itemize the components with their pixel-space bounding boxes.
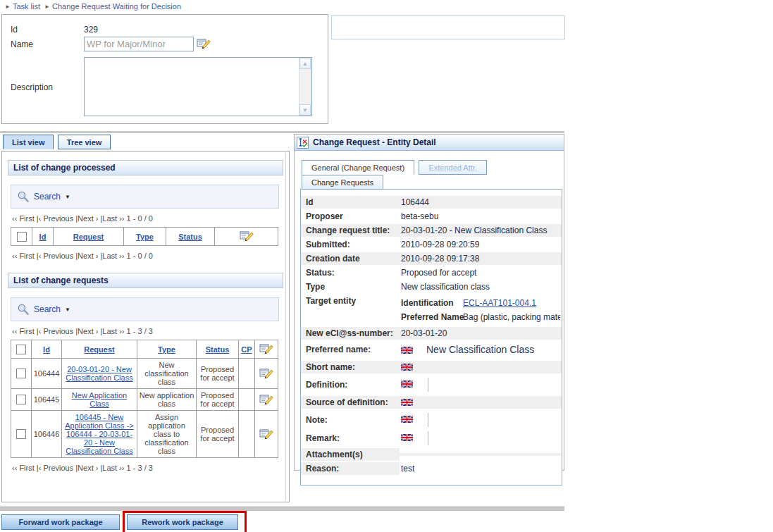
- field-change-request-title: Change request title:20-03-01-20 - New C…: [301, 224, 562, 237]
- field-source-of-definition: Source of definition:: [301, 395, 562, 410]
- col-header-status: Status: [197, 340, 239, 359]
- processed-search[interactable]: Search ▼: [11, 185, 279, 209]
- textarea-scrollbar[interactable]: ▲ ▼: [299, 58, 311, 116]
- detail-fields: Id106444 Proposerbeta-sebu Change reques…: [300, 189, 562, 485]
- edit-icon[interactable]: [259, 393, 273, 407]
- change-request-link[interactable]: 20-03-01-20 - New Classification Class: [66, 365, 132, 382]
- row-status: Proposed for accept: [197, 411, 239, 458]
- processed-table: Id Request Type Status: [11, 227, 278, 246]
- list-of-change-requests-header: List of change requests: [8, 273, 283, 288]
- field-note: Note:: [301, 412, 562, 428]
- entity-detail-header: Change Request - Entity Detail: [295, 135, 564, 151]
- app-screen: ►Task list ►Change Request Waiting for D…: [0, 0, 773, 532]
- sort-status-link[interactable]: Status: [206, 345, 230, 354]
- breadcrumb-arrow-icon: ►: [5, 4, 11, 10]
- col-header-id: Id: [32, 340, 62, 359]
- field-type: TypeNew classification class: [301, 280, 562, 293]
- sort-id-link[interactable]: Id: [39, 233, 47, 241]
- row-type: Assign application class to classificati…: [137, 411, 197, 458]
- field-target-entity: Target entity IdentificationECL-AAT101-0…: [301, 295, 562, 326]
- forward-work-package-button[interactable]: Forward work package: [1, 514, 120, 530]
- uk-flag-icon: [401, 416, 413, 423]
- search-label: Search: [34, 304, 61, 314]
- col-header-request: Request: [54, 228, 124, 246]
- field-definition: Definition:: [301, 376, 562, 393]
- processed-pager-top[interactable]: ‹‹ First |‹ Previous |Next › |Last ›› 1 …: [12, 214, 289, 223]
- sort-request-link[interactable]: Request: [73, 233, 104, 241]
- tab-extended-attr[interactable]: Extended Attr.: [419, 160, 487, 175]
- panel-title: Change Request - Entity Detail: [313, 137, 436, 147]
- requests-pager-bottom[interactable]: ‹‹ First |‹ Previous |Next › |Last ›› 1 …: [12, 464, 289, 472]
- edit-name-icon[interactable]: [197, 37, 211, 51]
- uk-flag-icon: [401, 347, 413, 354]
- sort-type-link[interactable]: Type: [136, 233, 154, 241]
- top-right-empty-panel: [331, 16, 565, 39]
- scroll-up-icon[interactable]: ▲: [299, 58, 311, 69]
- row-checkbox[interactable]: [16, 395, 26, 404]
- field-remark: Remark:: [301, 430, 562, 447]
- id-label: Id: [11, 25, 18, 35]
- requests-pager-top[interactable]: ‹‹ First |‹ Previous |Next › |Last ›› 1 …: [12, 327, 289, 335]
- row-type: New application class: [137, 389, 197, 411]
- select-all-checkbox[interactable]: [16, 345, 26, 354]
- tab-tree-view[interactable]: Tree view: [58, 135, 111, 149]
- edit-icon[interactable]: [240, 230, 254, 243]
- description-textarea[interactable]: ▲ ▼: [84, 57, 312, 116]
- sort-id-link[interactable]: Id: [43, 345, 50, 354]
- select-all-cell: [11, 228, 32, 246]
- processed-pager-bottom[interactable]: ‹‹ First |‹ Previous |Next › |Last ›› 1 …: [12, 252, 289, 260]
- edit-icon[interactable]: [259, 342, 273, 356]
- select-all-checkbox[interactable]: [17, 232, 27, 242]
- entity-detail-panel: Change Request - Entity Detail General (…: [294, 134, 564, 471]
- sort-status-link[interactable]: Status: [178, 233, 202, 241]
- detail-tabs: General (Change Request) Extended Attr. …: [302, 159, 564, 189]
- uk-flag-icon: [401, 381, 413, 388]
- col-header-request: Request: [62, 340, 137, 359]
- sort-request-link[interactable]: Request: [84, 345, 114, 354]
- requests-search[interactable]: Search ▼: [11, 297, 279, 321]
- rework-work-package-button[interactable]: Rework work package: [127, 514, 238, 530]
- col-header-id: Id: [32, 228, 54, 246]
- field-status: Status:Proposed for accept: [301, 266, 562, 279]
- description-label: Description: [11, 82, 53, 92]
- tab-general-change-request[interactable]: General (Change Request): [302, 160, 414, 175]
- row-id: 106444: [32, 359, 62, 389]
- breadcrumb-task-list[interactable]: Task list: [13, 2, 40, 11]
- change-request-link[interactable]: 106445 - New Application Class -> 106444…: [65, 413, 134, 455]
- id-value: 329: [84, 25, 98, 35]
- table-row: 106445 New Application Class New applica…: [11, 389, 278, 411]
- change-request-link[interactable]: New Application Class: [72, 391, 127, 408]
- col-header-type: Type: [137, 340, 197, 359]
- row-status: Proposed for accept: [197, 389, 239, 411]
- field-short-name: Short name:: [301, 359, 562, 375]
- breadcrumb: ►Task list ►Change Request Waiting for D…: [3, 2, 181, 11]
- search-icon: [17, 190, 30, 203]
- row-checkbox[interactable]: [16, 369, 26, 378]
- row-cp: [239, 411, 255, 458]
- col-header-type: Type: [124, 228, 166, 246]
- work-package-form-panel: Id 329 Name Description ▲ ▼: [1, 14, 328, 124]
- row-id: 106446: [32, 411, 62, 458]
- bottom-divider: [0, 506, 564, 511]
- table-row: 106444 20-03-01-20 - New Classification …: [11, 359, 278, 389]
- change-lists-panel: List of change processed Search ▼ ‹‹ Fir…: [1, 151, 290, 502]
- tab-change-requests[interactable]: Change Requests: [302, 175, 383, 190]
- field-reason: Reason:test: [301, 462, 562, 475]
- sort-type-link[interactable]: Type: [158, 345, 175, 354]
- edit-icon[interactable]: [259, 367, 273, 381]
- edit-icon[interactable]: [259, 428, 273, 441]
- row-status: Proposed for accept: [197, 359, 239, 389]
- tab-list-view[interactable]: List view: [3, 135, 54, 149]
- target-entity-link[interactable]: ECL-AAT101-004.1: [463, 298, 536, 308]
- sort-cp-link[interactable]: CP: [241, 345, 252, 354]
- row-checkbox[interactable]: [16, 429, 26, 439]
- target-identification: IdentificationECL-AAT101-004.1: [401, 296, 560, 310]
- search-icon: [17, 303, 30, 316]
- field-submitted: Submitted:2010-09-28 09:20:59: [301, 238, 562, 251]
- scroll-down-icon[interactable]: ▼: [299, 104, 311, 116]
- workspace-top-divider: [0, 131, 564, 133]
- breadcrumb-current-page[interactable]: Change Request Waiting for Decision: [52, 2, 181, 11]
- name-input[interactable]: [84, 37, 194, 51]
- select-all-cell: [11, 340, 32, 359]
- uk-flag-icon: [401, 399, 413, 406]
